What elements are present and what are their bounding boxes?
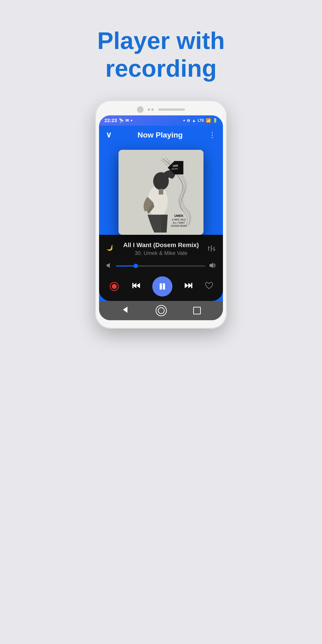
status-email-icon: ✉ — [126, 118, 129, 123]
status-signal-icon: 📶 — [206, 118, 211, 123]
status-minus-icon: ⊖ — [187, 118, 190, 123]
svg-text:DOSEM REMIX: DOSEM REMIX — [171, 225, 187, 227]
status-dot: • — [130, 118, 132, 124]
phone-screen: 22:23 📡 ✉ • • ⊖ ▲ LTE 📶 🔋 ∨ Now Playing … — [99, 116, 223, 320]
speaker-dot — [152, 108, 154, 111]
page-title: Player with recording — [97, 27, 225, 82]
status-lte: LTE — [198, 118, 204, 122]
phone-camera — [137, 106, 143, 113]
nav-back-button[interactable] — [121, 306, 129, 316]
svg-marker-25 — [185, 283, 188, 288]
volume-slider[interactable] — [116, 266, 205, 266]
volume-row — [106, 262, 216, 270]
status-time: 22:23 — [104, 118, 117, 124]
status-battery-icon: 🔋 — [213, 118, 218, 123]
back-button[interactable]: ∨ — [106, 130, 112, 140]
svg-marker-21 — [136, 283, 140, 288]
svg-text:UMEK: UMEK — [174, 214, 183, 218]
song-title: All I Want (Dosem Remix) — [116, 242, 206, 249]
svg-marker-28 — [123, 306, 128, 313]
speaker-dot — [148, 108, 150, 111]
status-bar: 22:23 📡 ✉ • • ⊖ ▲ LTE 📶 🔋 — [99, 116, 223, 126]
svg-rect-27 — [191, 283, 192, 288]
album-art-wrapper: 1605 MUSIC UMEK & MIKE VALE ALL I WANT D… — [118, 150, 204, 235]
svg-marker-19 — [210, 263, 213, 268]
heart-button[interactable] — [204, 281, 214, 292]
skip-fwd-button[interactable] — [183, 280, 194, 293]
svg-marker-18 — [107, 263, 110, 268]
player-area: 🌙 z All I Want (Dosem Remix) 30. Umek & … — [99, 235, 223, 301]
volume-min-icon — [106, 262, 112, 270]
status-dot2: • — [183, 118, 185, 124]
now-playing-title: Now Playing — [138, 130, 183, 139]
song-artist: 30. Umek & Mike Vale — [116, 250, 206, 256]
svg-text:& MIKE VALE: & MIKE VALE — [172, 218, 186, 221]
pause-button[interactable] — [152, 276, 172, 296]
sleep-button[interactable]: 🌙 z — [106, 243, 116, 255]
song-info-row: 🌙 z All I Want (Dosem Remix) 30. Umek & … — [106, 242, 216, 256]
svg-text:1605: 1605 — [172, 164, 178, 167]
volume-thumb[interactable] — [134, 264, 138, 268]
svg-rect-22 — [132, 283, 134, 288]
phone-shell: 22:23 📡 ✉ • • ⊖ ▲ LTE 📶 🔋 ∨ Now Playing … — [95, 100, 227, 329]
svg-rect-3 — [159, 189, 163, 194]
status-radio-icon: 📡 — [119, 118, 124, 123]
more-button[interactable]: ⋮ — [209, 130, 216, 139]
svg-rect-23 — [160, 283, 162, 290]
app-header: ∨ Now Playing ⋮ — [99, 126, 223, 143]
skip-back-button[interactable] — [131, 280, 142, 293]
eq-button[interactable] — [206, 244, 216, 254]
volume-max-icon — [209, 262, 216, 270]
phone-notch — [158, 108, 185, 111]
bottom-nav — [99, 301, 223, 320]
nav-home-button[interactable] — [156, 305, 167, 316]
controls-row — [106, 276, 216, 296]
album-art-area: 1605 MUSIC UMEK & MIKE VALE ALL I WANT D… — [99, 143, 223, 235]
svg-rect-24 — [163, 283, 165, 290]
svg-text:ALL I WANT: ALL I WANT — [173, 222, 185, 224]
svg-text:z: z — [112, 244, 113, 247]
record-button[interactable] — [108, 280, 120, 293]
status-wifi-icon: ▲ — [192, 118, 196, 123]
nav-recents-button[interactable] — [193, 307, 201, 314]
